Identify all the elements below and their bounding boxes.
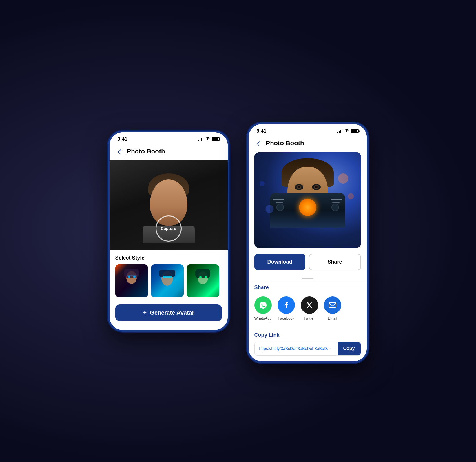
generated-avatar: [254, 152, 361, 248]
svg-point-11: [199, 276, 202, 278]
svg-rect-2: [124, 269, 139, 278]
svg-point-13: [346, 131, 347, 132]
svg-point-26: [338, 173, 348, 184]
svg-rect-8: [163, 276, 172, 278]
copy-link-row: https://bit.ly/3aBcDeF3aBcDeF3aBcDeF... …: [254, 342, 361, 356]
twitter-label: Twitter: [304, 316, 315, 320]
wifi-icon-left: [205, 137, 210, 142]
signal-icon-right: [337, 129, 342, 133]
svg-point-25: [332, 204, 339, 211]
facebook-label: Facebook: [278, 316, 294, 320]
capture-label: Capture: [161, 226, 176, 231]
status-bar-left: 9:41: [110, 132, 228, 144]
svg-point-29: [259, 181, 265, 186]
status-time-right: 9:41: [257, 128, 267, 134]
share-app-whatsapp[interactable]: WhatsApp: [254, 296, 272, 320]
style-thumbnails: [110, 264, 228, 303]
capture-button[interactable]: Capture: [156, 215, 182, 242]
style-thumb-1[interactable]: [115, 264, 148, 297]
share-app-twitter[interactable]: Twitter: [301, 296, 318, 320]
share-button[interactable]: Share: [309, 254, 361, 270]
svg-point-24: [277, 204, 284, 211]
generate-label: Generate Avatar: [150, 309, 194, 316]
style-thumb-cyber1: [115, 264, 148, 297]
header-title-right: Photo Booth: [266, 139, 304, 147]
svg-rect-30: [329, 303, 336, 307]
status-bar-right: 9:41: [249, 124, 367, 136]
share-sheet: Share WhatsApp: [249, 278, 367, 361]
copy-link-url: https://bit.ly/3aBcDeF3aBcDeF3aBcDeF...: [255, 342, 338, 355]
svg-point-16: [298, 186, 300, 188]
svg-point-3: [128, 276, 130, 278]
share-label: Share: [327, 259, 342, 265]
twitter-icon: [301, 296, 318, 314]
app-header-right: Photo Booth: [249, 136, 367, 152]
svg-point-19: [315, 186, 318, 188]
camera-face: Capture: [110, 160, 228, 250]
wifi-icon-right: [344, 128, 349, 133]
select-style-section: Select Style: [110, 250, 228, 303]
whatsapp-icon: [254, 296, 272, 314]
whatsapp-label: WhatsApp: [254, 316, 272, 320]
svg-rect-22: [276, 202, 283, 203]
battery-icon-left: [212, 137, 220, 141]
battery-icon-right: [351, 129, 359, 133]
status-icons-right: [337, 128, 359, 133]
back-chevron-right: [257, 140, 262, 146]
style-thumb-3[interactable]: [187, 264, 219, 297]
share-apps-row: WhatsApp Facebook: [254, 296, 361, 320]
svg-point-0: [207, 139, 208, 140]
share-app-email[interactable]: Email: [324, 296, 341, 320]
share-section-title: Share: [254, 285, 361, 291]
generated-avatar-image: [254, 152, 361, 248]
style-thumb-2[interactable]: [151, 264, 184, 297]
back-button-left[interactable]: [115, 147, 125, 156]
copy-link-title: Copy Link: [254, 332, 361, 338]
facebook-icon: [278, 296, 295, 314]
generate-avatar-button[interactable]: ✦ Generate Avatar: [115, 304, 222, 321]
select-style-title: Select Style: [110, 250, 228, 264]
style-thumb-cyber2: [151, 264, 184, 297]
download-button[interactable]: Download: [254, 254, 305, 270]
phone-right: 9:41: [247, 122, 369, 363]
svg-rect-21: [331, 199, 342, 200]
back-chevron-left: [118, 148, 123, 154]
svg-point-4: [133, 276, 136, 278]
download-label: Download: [267, 259, 292, 265]
sheet-handle: [302, 278, 313, 279]
cyber-warrior-suit: [270, 193, 345, 228]
svg-point-12: [205, 276, 207, 278]
share-app-facebook[interactable]: Facebook: [278, 296, 295, 320]
share-section: Share WhatsApp: [249, 282, 367, 332]
phones-container: 9:41: [108, 99, 369, 363]
action-buttons: Download Share: [249, 254, 367, 275]
back-button-right[interactable]: [254, 139, 264, 148]
camera-view[interactable]: Capture: [110, 160, 228, 250]
signal-icon-left: [198, 137, 203, 141]
header-title-left: Photo Booth: [127, 148, 165, 155]
status-icons-left: [198, 137, 220, 142]
phone-left: 9:41: [108, 131, 229, 332]
style-thumb-cyber3: [187, 264, 219, 297]
svg-rect-23: [332, 202, 340, 203]
status-time-left: 9:41: [118, 136, 127, 142]
copy-button-label: Copy: [343, 346, 355, 351]
svg-point-27: [348, 193, 354, 199]
app-header-left: Photo Booth: [110, 144, 228, 160]
sparkle-icon: ✦: [143, 309, 147, 316]
copy-link-section: Copy Link https://bit.ly/3aBcDeF3aBcDeF3…: [249, 332, 367, 361]
email-label: Email: [328, 316, 337, 320]
copy-button[interactable]: Copy: [338, 342, 361, 355]
cyber-warrior-face: [282, 158, 334, 222]
svg-rect-10: [195, 269, 210, 278]
email-icon: [324, 296, 341, 314]
svg-rect-20: [273, 199, 284, 200]
